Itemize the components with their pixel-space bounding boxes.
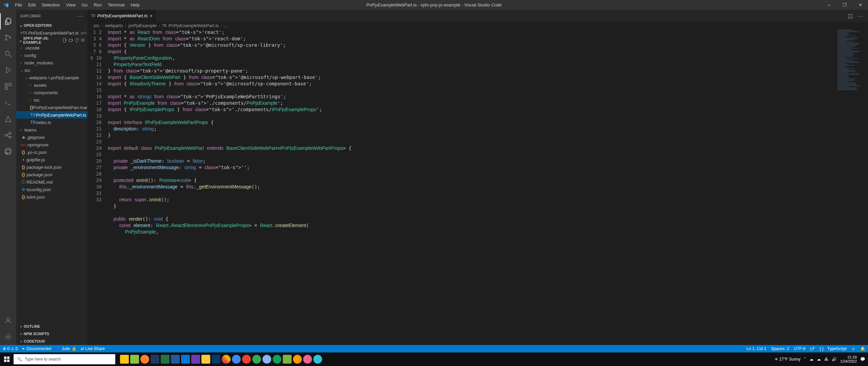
tray-volume-icon[interactable]: 🔊 [832,357,837,362]
github-icon[interactable] [0,143,16,160]
taskbar-app[interactable] [303,355,312,364]
code-editor[interactable]: 1 2 3 4 5 6 7 8 9 10 11 12 13 14 15 16 1… [87,29,868,345]
tray-onedrive-icon[interactable]: ☁ [817,357,821,362]
explorer-icon[interactable] [0,13,16,29]
taskbar-app[interactable] [293,355,302,364]
close-tab-icon[interactable]: × [150,13,152,19]
menu-view[interactable]: View [63,1,79,9]
taskbar-app[interactable] [161,355,170,364]
taskbar-app[interactable] [201,355,210,364]
run-debug-icon[interactable] [0,62,16,78]
search-icon[interactable] [0,46,16,62]
taskbar-app[interactable] [151,355,159,364]
file-manifest[interactable]: {}PnPjsExampleWebPart.manifest.... [16,104,87,111]
status-eol[interactable]: LF [810,346,815,351]
taskbar-app[interactable] [313,355,322,364]
editor-tab-active[interactable]: TS PnPjsExampleWebPart.ts × [87,10,156,22]
file-tsconfig[interactable]: ⚙tsconfig.json [16,186,87,193]
minimap[interactable] [836,29,863,345]
status-bell-icon[interactable]: 🔔 [860,346,865,351]
settings-gear-icon[interactable] [0,329,16,345]
status-language[interactable]: { } TypeScript [820,346,846,351]
file-package-json[interactable]: {}package.json [16,171,87,178]
file-npmignore[interactable]: npm.npmignore [16,141,87,148]
live-share-icon[interactable] [0,127,16,143]
codetour-header[interactable]: ›CODETOUR [16,338,87,345]
open-editor-item[interactable]: × TS PnPjsExampleWebPart.ts src\... [16,29,87,37]
menu-terminal[interactable]: Terminal [105,1,127,9]
code-content[interactable]: import * as React from class="tok-s">'re… [108,29,868,345]
taskbar-app[interactable] [273,355,281,364]
folder-config[interactable]: ›config [16,52,87,59]
status-problems[interactable]: ⊗ 0 ⚠ 0 [3,346,18,351]
project-header[interactable]: ⌄SPFX-PNP-JS-EXAMPLE [16,37,87,44]
folder-loc[interactable]: ›loc [16,96,87,104]
menu-file[interactable]: File [12,1,25,9]
file-package-lock[interactable]: {}package-lock.json [16,163,87,171]
taskbar-app[interactable] [120,355,129,364]
breadcrumb[interactable]: src› webparts› pnPjsExample› TS PnPjsExa… [87,22,868,29]
npm-scripts-header[interactable]: ›NPM SCRIPTS [16,330,87,338]
open-editors-header[interactable]: ⌄OPEN EDITORS [16,22,87,29]
tray-chevron-icon[interactable]: ˄ [804,357,806,362]
weather-widget[interactable]: ☀ 27°F Sunny [774,357,801,362]
status-indent[interactable]: Spaces: 2 [771,346,789,351]
breadcrumb-item[interactable]: src [94,23,99,28]
taskbar-app[interactable] [212,355,220,364]
tray-cloud-icon[interactable]: ☁ [809,357,813,362]
taskbar-app-vscode[interactable] [181,355,190,364]
taskbar-app[interactable] [262,355,271,364]
status-user[interactable]: 👤Julie🔒 [55,346,77,351]
account-icon[interactable] [0,312,16,329]
taskbar-app[interactable] [283,355,292,364]
collapse-all-icon[interactable] [81,38,85,43]
folder-src[interactable]: ⌄src [16,66,87,74]
outline-header[interactable]: ›OUTLINE [16,323,87,330]
azure-icon[interactable] [0,111,16,127]
taskbar-app[interactable] [242,355,251,364]
minimize-button[interactable]: ─ [821,0,837,10]
file-readme[interactable]: ⓘREADME.md [16,178,87,186]
split-editor-icon[interactable]: ◫ [848,13,853,19]
remote-explorer-icon[interactable] [0,95,16,111]
taskbar-app[interactable] [140,355,149,364]
refresh-icon[interactable] [75,38,79,43]
status-feedback-icon[interactable]: ☺ [851,346,855,351]
menu-selection[interactable]: Selection [39,1,63,9]
folder-node-modules[interactable]: ›node_modules [16,59,87,66]
close-icon[interactable]: × [20,30,23,35]
new-folder-icon[interactable] [68,38,73,43]
taskbar-app[interactable] [252,355,261,364]
tray-notifications-icon[interactable]: 💬 [860,357,865,362]
taskbar-app[interactable] [222,355,231,364]
file-webpart-ts[interactable]: TSPnPjsExampleWebPart.ts [16,111,87,119]
status-remote[interactable]: ⚭Disconnected [22,346,51,351]
close-button[interactable]: ✕ [852,0,868,10]
status-encoding[interactable]: UTF-8 [794,346,805,351]
folder-components[interactable]: ›components [16,89,87,96]
file-gulpfile[interactable]: ♦gulpfile.js [16,156,87,163]
status-liveshare[interactable]: ⇄Live Share [81,346,105,351]
status-cursor[interactable]: Ln 1, Col 1 [747,346,766,351]
explorer-more-icon[interactable]: ⋯ [77,12,83,20]
breadcrumb-item[interactable]: PnPjsExampleWebPart.ts [169,23,219,28]
file-yorc[interactable]: {}.yo-rc.json [16,148,87,156]
breadcrumb-item[interactable]: ... [224,23,228,28]
folder-teams[interactable]: ›teams [16,126,87,134]
file-gitignore[interactable]: ◆.gitignore [16,134,87,141]
folder-vscode[interactable]: ›.vscode [16,44,87,52]
tray-clock[interactable]: 21:28 1/24/2022 [840,355,857,363]
taskbar-app[interactable] [130,355,139,364]
file-index-ts[interactable]: TSindex.ts [16,119,87,126]
taskbar-app[interactable] [171,355,180,364]
source-control-icon[interactable] [0,29,16,46]
breadcrumb-item[interactable]: webparts [105,23,123,28]
editor-more-icon[interactable]: ⋯ [857,12,864,20]
tray-network-icon[interactable]: 🖧 [824,357,828,362]
start-button[interactable] [0,352,14,366]
breadcrumb-item[interactable]: pnPjsExample [129,23,157,28]
taskbar-search[interactable]: 🔍 Type here to search [14,354,115,364]
menu-help[interactable]: Help [127,1,143,9]
menu-go[interactable]: Go [79,1,91,9]
taskbar-app[interactable] [232,355,241,364]
